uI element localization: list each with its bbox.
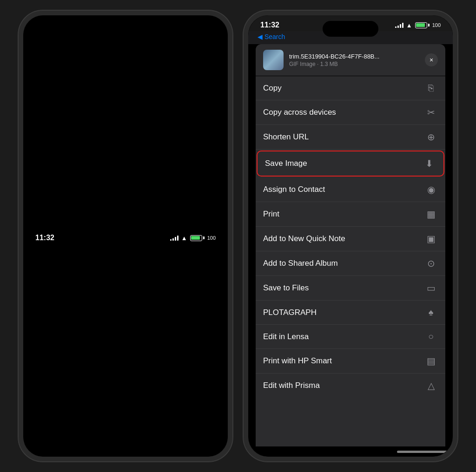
phone-left: 11:32 ▲ 100	[19, 11, 232, 461]
menu-item-add-to-shared-album[interactable]: Add to Shared Album⊙	[256, 251, 445, 276]
phone-right: 11:32 ▲ 100	[244, 11, 457, 461]
menu-item-icon: ⎘	[424, 83, 438, 93]
menu-item-icon: ▭	[424, 282, 438, 294]
battery-text-right: 100	[432, 22, 441, 28]
menu-item-label: Copy across devices	[263, 108, 336, 117]
status-icons-left: ▲ 100	[170, 235, 216, 242]
menu-item-label: Print with HP Smart	[263, 356, 332, 366]
menu-item-label: Edit with Prisma	[263, 381, 320, 390]
menu-item-label: Assign to Contact	[263, 185, 325, 194]
phones-container: 11:32 ▲ 100	[0, 0, 476, 472]
menu-item-label: Save Image	[265, 159, 307, 168]
share-menu: Copy⎘Copy across devices✂Shorten URL⊕Sav…	[256, 76, 445, 446]
file-thumbnail	[263, 50, 284, 70]
dynamic-island-right	[323, 21, 378, 37]
menu-item-label: Print	[263, 210, 279, 219]
battery-right	[415, 22, 430, 28]
status-icons-right: ▲ 100	[395, 22, 441, 29]
home-indicator-right	[397, 451, 453, 453]
menu-item-icon: ⊕	[424, 131, 438, 143]
menu-item-copy-across-devices[interactable]: Copy across devices✂	[256, 100, 445, 125]
menu-item-copy[interactable]: Copy⎘	[256, 76, 445, 100]
menu-item-icon: ⊙	[424, 258, 438, 269]
wifi-icon-right: ▲	[406, 22, 412, 29]
menu-item-label: Add to New Quick Note	[263, 234, 345, 243]
menu-item-icon: ◉	[424, 184, 438, 195]
status-bar-left: 11:32 ▲ 100	[23, 15, 228, 457]
menu-item-edit-with-prisma[interactable]: Edit with Prisma△	[256, 374, 445, 398]
wifi-icon-left: ▲	[181, 235, 187, 242]
file-name: trim.5E319904-BC26-4F7F-88B...	[289, 53, 419, 60]
menu-item-icon: ⬇	[422, 158, 436, 169]
close-icon: ×	[430, 56, 433, 64]
menu-item-icon: ▦	[424, 209, 438, 220]
time-right: 11:32	[260, 21, 279, 29]
menu-item-label: Add to Shared Album	[263, 259, 338, 268]
menu-item-icon: △	[424, 380, 438, 391]
battery-left	[190, 235, 205, 241]
menu-item-save-image[interactable]: Save Image⬇	[257, 151, 444, 177]
menu-item-icon: ○	[424, 331, 438, 342]
battery-text-left: 100	[207, 235, 216, 241]
menu-item-label: Shorten URL	[263, 132, 309, 142]
menu-item-icon: ♠	[424, 307, 438, 318]
menu-item-icon: ✂	[424, 107, 438, 118]
share-file-header: trim.5E319904-BC26-4F7F-88B... GIF Image…	[256, 44, 445, 76]
menu-item-shorten-url[interactable]: Shorten URL⊕	[256, 125, 445, 150]
time-left: 11:32	[35, 234, 54, 242]
menu-item-label: Copy	[263, 84, 282, 93]
menu-item-label: Save to Files	[263, 283, 309, 293]
signal-icon-right	[395, 22, 403, 28]
menu-item-print-with-hp-smart[interactable]: Print with HP Smart▤	[256, 349, 445, 374]
menu-item-save-to-files[interactable]: Save to Files▭	[256, 276, 445, 301]
file-meta: GIF Image · 1.3 MB	[289, 61, 419, 67]
signal-icon-left	[170, 235, 178, 241]
menu-item-edit-in-lensa[interactable]: Edit in Lensa○	[256, 325, 445, 349]
menu-item-plotagraph[interactable]: PLOTAGRAPH♠	[256, 301, 445, 325]
dynamic-island-left	[98, 21, 153, 37]
menu-item-add-to-new-quick-note[interactable]: Add to New Quick Note▣	[256, 227, 445, 251]
menu-item-label: Edit in Lensa	[263, 332, 309, 341]
file-info: trim.5E319904-BC26-4F7F-88B... GIF Image…	[289, 53, 419, 67]
close-button[interactable]: ×	[425, 53, 438, 66]
menu-item-icon: ▣	[424, 233, 438, 244]
menu-item-assign-to-contact[interactable]: Assign to Contact◉	[256, 177, 445, 202]
menu-item-label: PLOTAGRAPH	[263, 308, 317, 317]
menu-item-icon: ▤	[424, 355, 438, 367]
search-back-right[interactable]: ◀ Search	[258, 33, 285, 40]
menu-item-print[interactable]: Print▦	[256, 202, 445, 227]
